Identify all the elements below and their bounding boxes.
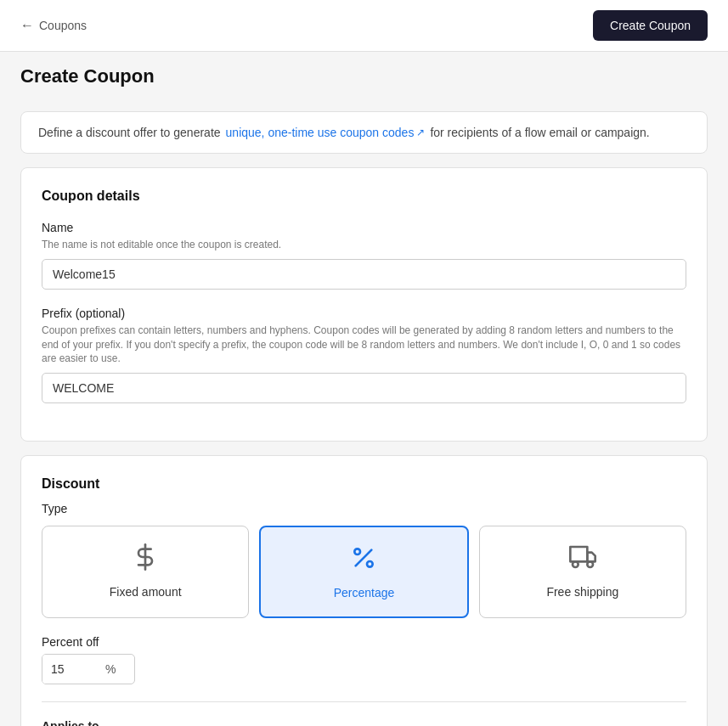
- svg-point-7: [587, 562, 593, 568]
- name-hint: The name is not editable once the coupon…: [42, 238, 686, 252]
- truck-icon: [569, 543, 596, 577]
- svg-rect-4: [570, 547, 587, 561]
- prefix-hint: Coupon prefixes can contain letters, num…: [42, 324, 686, 366]
- back-arrow-icon: ←: [20, 18, 34, 33]
- dollar-icon: [132, 543, 159, 577]
- percent-off-label: Percent off: [42, 635, 686, 649]
- prefix-input[interactable]: [42, 373, 686, 403]
- free-shipping-label: Free shipping: [546, 585, 618, 599]
- percentage-label: Percentage: [334, 586, 395, 599]
- back-link[interactable]: ← Coupons: [20, 18, 87, 33]
- percent-input-wrapper: %: [42, 654, 135, 684]
- info-banner: Define a discount offer to generate uniq…: [20, 111, 708, 154]
- svg-marker-5: [587, 553, 595, 562]
- type-options: Fixed amount Percentage: [42, 526, 686, 618]
- svg-point-2: [355, 549, 361, 555]
- info-before-text: Define a discount offer to generate: [38, 126, 221, 139]
- svg-point-6: [573, 562, 578, 568]
- discount-card: Discount Type Fixed amount: [20, 455, 708, 726]
- external-link-icon: ↗: [416, 127, 425, 138]
- create-coupon-button[interactable]: Create Coupon: [593, 10, 708, 41]
- percent-icon: [350, 544, 377, 577]
- name-label: Name: [42, 221, 686, 234]
- percent-off-group: Percent off %: [42, 635, 686, 684]
- type-card-percentage[interactable]: Percentage: [259, 526, 468, 618]
- name-field-group: Name The name is not editable once the c…: [42, 221, 686, 290]
- svg-point-3: [367, 561, 373, 567]
- fixed-amount-label: Fixed amount: [110, 585, 182, 599]
- discount-section-title: Discount: [42, 476, 686, 492]
- type-card-fixed[interactable]: Fixed amount: [42, 526, 249, 618]
- name-input[interactable]: [42, 259, 686, 290]
- type-label: Type: [42, 502, 686, 515]
- divider: [42, 701, 686, 702]
- svg-line-1: [356, 550, 372, 566]
- percent-off-input[interactable]: [42, 655, 102, 684]
- applies-to-title: Applies to: [42, 719, 686, 726]
- info-after-text: for recipients of a flow email or campai…: [430, 126, 649, 139]
- top-nav: ← Coupons Create Coupon: [0, 0, 728, 52]
- prefix-field-group: Prefix (optional) Coupon prefixes can co…: [42, 307, 686, 403]
- coupon-codes-link[interactable]: unique, one-time use coupon codes ↗: [226, 126, 426, 139]
- coupon-details-card: Coupon details Name The name is not edit…: [20, 167, 708, 442]
- page-title: Create Coupon: [0, 52, 728, 98]
- percent-symbol: %: [102, 655, 124, 684]
- back-link-label: Coupons: [39, 19, 87, 32]
- page-content: Define a discount offer to generate uniq…: [0, 98, 728, 726]
- prefix-label: Prefix (optional): [42, 307, 686, 320]
- type-card-free-shipping[interactable]: Free shipping: [479, 526, 686, 618]
- coupon-details-title: Coupon details: [42, 189, 686, 204]
- link-text: unique, one-time use coupon codes: [226, 126, 415, 139]
